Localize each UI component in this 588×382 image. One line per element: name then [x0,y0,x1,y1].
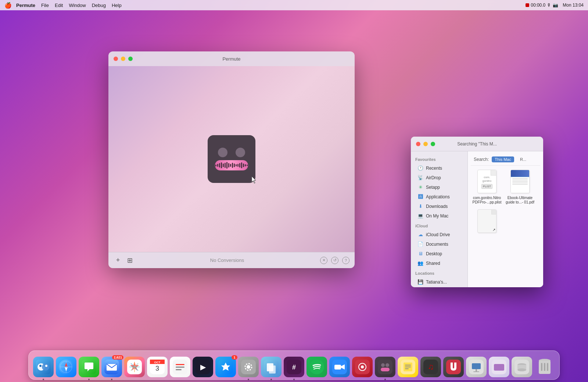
pdf-line-3 [512,181,528,182]
sidebar-shared-label: Shared [426,261,440,266]
file-item-pdf[interactable]: Ebook-Ultimate guide to...- 01.pdf [505,169,535,205]
dock-notchmeister[interactable] [352,357,373,377]
robot-icon [208,135,255,183]
maximize-button[interactable] [128,57,133,61]
menu-help[interactable]: Help [112,3,122,8]
dock-reminders[interactable] [170,357,190,377]
sidebar-item-applications[interactable]: 🅰 Applications [413,192,465,201]
dock-magnet[interactable] [443,357,464,377]
app-name[interactable]: Permute [16,3,35,8]
menubar-right: 00:00.0 🎙 📷 Mon 13:04 [526,3,584,8]
plist-icon-shape: com.gonitro PLIST [477,170,496,193]
dock-appletv[interactable]: ▶ [193,357,213,377]
sidebar-item-setapp[interactable]: ✳ Setapp [413,183,465,192]
dock-permute[interactable] [375,357,395,377]
waveform-bar [221,162,222,168]
waveform-bar [225,163,226,168]
sidebar-item-desktop[interactable]: 🖥 Desktop [413,249,465,258]
svg-text:▶: ▶ [200,363,206,371]
permute-window-title: Permute [222,56,240,62]
dock-preview[interactable] [261,357,282,377]
dock-slack[interactable]: # [284,357,304,377]
permute-toolbar: + ⊞ No Conversions ✕ ↺ ? [108,252,355,268]
sidebar-item-on-my-mac[interactable]: 💻 On My Mac [413,211,465,220]
menu-edit[interactable]: Edit [55,3,63,8]
sidebar-recents-label: Recents [426,166,442,171]
settings-icon[interactable]: ✕ [320,257,327,264]
svg-rect-26 [176,367,184,368]
dock-trash[interactable] [534,357,555,377]
sidebar-item-documents[interactable]: 📄 Documents [413,239,465,249]
mail-badge: 2,621 [112,355,123,360]
sidebar-documents-label: Documents [426,242,448,247]
dock-keynote[interactable] [466,357,487,377]
dock-canister[interactable] [512,357,532,377]
minimize-button[interactable] [121,57,125,61]
plist-file-name: com.gonitro.Nitro PDFPro-...pp.plist [472,196,502,205]
svg-text:♫: ♫ [428,362,434,371]
messages-dot [88,379,90,380]
svg-rect-60 [473,371,479,372]
dock-photos[interactable] [124,357,145,377]
sidebar-item-icloud-drive[interactable]: ☁ iCloud Drive [413,230,465,239]
search-this-mac-btn[interactable]: This Mac [492,156,514,162]
menu-window[interactable]: Window [69,3,86,8]
pdf-lines [511,177,529,186]
info-icon[interactable]: ? [342,257,349,264]
recents-icon: 🕐 [417,165,423,171]
sidebar-item-downloads[interactable]: ⬇ Downloads [413,202,465,211]
downloads-icon: ⬇ [417,203,423,209]
waveform-bar [234,163,235,167]
sidebar-icloud-drive-label: iCloud Drive [426,232,450,237]
finder-minimize-button[interactable] [423,142,428,146]
add-button[interactable]: + [114,256,122,265]
waveform-bar [232,163,233,168]
camera-icon: 📷 [553,3,558,8]
blank-file-icon: ↗ [476,208,498,234]
menu-debug[interactable]: Debug [92,3,106,8]
sidebar-item-tatiana[interactable]: 💾 Tatiana's... [413,277,465,286]
dock-slides[interactable] [489,357,509,377]
sidebar-desktop-label: Desktop [426,251,442,256]
svg-rect-41 [334,365,341,370]
finder-body: Favourites 🕐 Recents 📡 AirDrop ✳ Setapp … [411,151,543,287]
sidebar-item-airdrop[interactable]: 📡 AirDrop [413,173,465,182]
search-recents-btn[interactable]: R... [517,156,529,162]
menu-file[interactable]: File [41,3,49,8]
record-dot [526,3,529,7]
apple-menu[interactable]: 🍎 [4,2,12,9]
dock-appstore[interactable]: 1 [215,357,236,377]
close-button[interactable] [114,57,118,61]
finder-close-button[interactable] [416,142,420,146]
finder-window-title: Searching "This M... [457,141,497,147]
svg-point-4 [45,365,47,367]
dock-zoom[interactable] [329,357,350,377]
dock-settings[interactable] [238,357,259,377]
dock-notes[interactable] [398,357,418,377]
blank-icon-shape: ↗ [477,209,496,233]
waveform-bar [239,163,240,167]
svg-rect-25 [176,364,184,365]
dock-calendar[interactable]: OCT3 [147,357,168,377]
dock-scrobbles[interactable]: ♫ [420,357,441,377]
dock-messages[interactable] [79,357,99,377]
permute-icon [208,135,255,183]
svg-rect-70 [544,363,545,371]
sidebar-item-shared[interactable]: 👥 Shared [413,259,465,268]
dock-finder[interactable] [33,357,54,377]
clock-icon[interactable]: ↺ [331,257,338,264]
file-item-blank[interactable]: ↗ [472,208,502,235]
finder-maximize-button[interactable] [431,142,435,146]
file-item-plist[interactable]: com.gonitro PLIST com.gonitro.Nitro PDFP… [472,169,502,205]
pdf-icon-shape [510,170,530,193]
dock-mail[interactable]: 2,621 [101,357,122,377]
traffic-lights [114,57,133,61]
permute-body[interactable] [108,66,355,252]
grid-icon[interactable]: ⊞ [125,256,134,265]
sidebar-item-recents[interactable]: 🕐 Recents [413,163,465,173]
pdf-line-1 [512,178,528,179]
dock-safari[interactable] [56,357,76,377]
icloud-label: iCloud [411,221,467,230]
dock-spotify[interactable] [306,357,327,377]
waveform-bar [223,163,224,167]
